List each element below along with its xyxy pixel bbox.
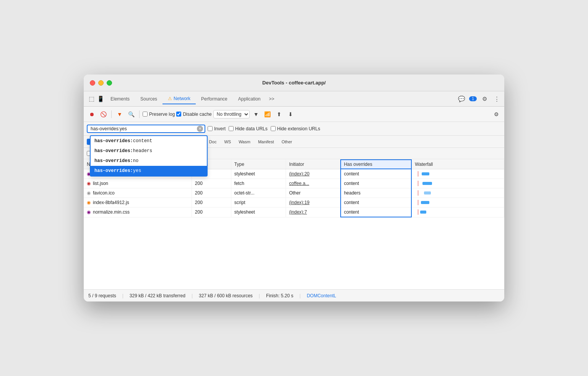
invert-checkbox[interactable] [208, 126, 213, 131]
clear-button[interactable]: 🚫 [98, 109, 108, 119]
waterfall-bar [413, 200, 452, 205]
table-row[interactable]: ◉list.json200fetchcoffee.a...content [84, 179, 504, 188]
waterfall-cell [411, 198, 504, 207]
search-input[interactable] [87, 125, 205, 133]
autocomplete-kw4: has-overrides: [94, 168, 133, 173]
tab-more-button[interactable]: >> [266, 94, 278, 104]
tab-bar: ⬚ 📱 Elements Sources ⚠Network Performanc… [84, 91, 504, 107]
record-button[interactable]: ⏺ [87, 109, 97, 119]
table-row[interactable]: ◉favicon.ico200octet-str...Otherheaders [84, 188, 504, 198]
col-type[interactable]: Type [231, 160, 286, 169]
preserve-log-checkbox[interactable] [143, 112, 148, 117]
maximize-button[interactable] [107, 80, 112, 86]
invert-toggle[interactable]: Invert [208, 126, 226, 131]
type-btn-other[interactable]: Other [278, 139, 295, 145]
type-btn-doc[interactable]: Doc [206, 139, 220, 145]
status-cell: 200 [192, 207, 231, 217]
filter-bar: ✕ has-overrides:content has-overrides:he… [84, 122, 504, 136]
hide-ext-toggle[interactable]: Hide extension URLs [271, 126, 320, 131]
autocomplete-item-yes[interactable]: has-overrides:yes [91, 166, 207, 176]
settings-icon[interactable]: ⚙ [480, 94, 489, 104]
throttle-down-icon[interactable]: ▼ [251, 109, 261, 119]
waterfall-bar [413, 209, 452, 215]
status-finish: Finish: 5.20 s [266, 293, 293, 298]
inspect-icon[interactable]: ⬚ [87, 94, 96, 104]
hide-data-toggle[interactable]: Hide data URLs [229, 126, 268, 131]
more-icon[interactable]: ⋮ [492, 94, 501, 104]
hide-data-checkbox[interactable] [229, 126, 234, 131]
status-transferred: 329 kB / 422 kB transferred [130, 293, 185, 298]
type-cell: stylesheet [231, 169, 286, 179]
toolbar: ⏺ 🚫 ▼ 🔍 Preserve log Disable cache No th… [84, 107, 504, 122]
invert-label: Invert [214, 126, 226, 131]
col-waterfall[interactable]: Waterfall [411, 160, 504, 169]
settings2-icon[interactable]: ⚙ [491, 109, 501, 119]
col-overrides[interactable]: Has overrides [341, 160, 412, 169]
col-initiator[interactable]: Initiator [286, 160, 341, 169]
waterfall-bar-fill [421, 201, 429, 204]
type-btn-wasm[interactable]: Wasm [236, 139, 253, 145]
title-bar: DevTools - coffee-cart.app/ [84, 75, 504, 91]
preserve-log-toggle[interactable]: Preserve log [143, 112, 175, 117]
type-btn-ws[interactable]: WS [221, 139, 234, 145]
disable-cache-checkbox[interactable] [176, 112, 181, 117]
type-cell: fetch [231, 179, 286, 188]
wifi-icon[interactable]: 📶 [263, 109, 273, 119]
type-cell: stylesheet [231, 207, 286, 217]
search-clear-button[interactable]: ✕ [197, 126, 203, 132]
warn-icon: ⚠ [168, 96, 172, 101]
disable-cache-toggle[interactable]: Disable cache [176, 112, 211, 117]
file-icon: ◉ [87, 209, 91, 215]
throttle-select[interactable]: No throttling [213, 110, 250, 118]
minimize-button[interactable] [98, 80, 104, 86]
autocomplete-dropdown: has-overrides:content has-overrides:head… [90, 135, 208, 177]
autocomplete-item-headers[interactable]: has-overrides:headers [91, 146, 207, 156]
badge-count: 1 [469, 96, 477, 101]
search-icon[interactable]: 🔍 [126, 109, 136, 119]
waterfall-cell [411, 169, 504, 179]
autocomplete-item-no[interactable]: has-overrides:no [91, 156, 207, 166]
overrides-cell: content [341, 207, 412, 217]
autocomplete-kw: has-overrides: [94, 138, 133, 144]
initiator-cell[interactable]: (index):20 [289, 171, 309, 177]
type-cell: script [231, 198, 286, 207]
overrides-cell: content [341, 169, 412, 179]
type-btn-manifest[interactable]: Manifest [255, 139, 277, 145]
overrides-cell: content [341, 179, 412, 188]
tab-network[interactable]: ⚠Network [162, 94, 196, 104]
tab-elements[interactable]: Elements [105, 94, 135, 104]
waterfall-red-line [418, 171, 418, 177]
table-row[interactable]: ◉index-8bfa4912.js200script(index):19con… [84, 198, 504, 207]
file-name: normalize.min.css [93, 209, 130, 215]
file-icon: ◉ [87, 181, 91, 186]
tab-sources[interactable]: Sources [135, 94, 162, 104]
initiator-cell[interactable]: coffee.a... [289, 181, 309, 186]
table-row[interactable]: ◉normalize.min.css200stylesheet(index):7… [84, 207, 504, 217]
tab-performance[interactable]: Performance [196, 94, 233, 104]
waterfall-bar-fill [422, 172, 429, 175]
chat-icon[interactable]: 💬 [457, 94, 466, 104]
initiator-cell[interactable]: (index):19 [289, 200, 309, 205]
autocomplete-item-content[interactable]: has-overrides:content [91, 136, 207, 146]
status-cell: 200 [192, 198, 231, 207]
close-button[interactable] [90, 80, 95, 86]
devtools-window: DevTools - coffee-cart.app/ ⬚ 📱 Elements… [84, 75, 504, 301]
file-name: index-8bfa4912.js [93, 200, 129, 205]
waterfall-bar [413, 181, 452, 186]
upload-icon[interactable]: ⬆ [274, 109, 284, 119]
device-icon[interactable]: 📱 [96, 94, 105, 104]
hide-ext-label: Hide extension URLs [277, 126, 320, 131]
file-name: favicon.ico [93, 190, 115, 196]
waterfall-cell [411, 207, 504, 217]
search-wrapper: ✕ has-overrides:content has-overrides:he… [87, 125, 205, 133]
initiator-cell[interactable]: (index):7 [289, 209, 307, 215]
filter-icon[interactable]: ▼ [115, 109, 125, 119]
tab-application[interactable]: Application [233, 94, 266, 104]
initiator-cell: Other [286, 188, 341, 198]
hide-ext-checkbox[interactable] [271, 126, 276, 131]
download-icon[interactable]: ⬇ [286, 109, 296, 119]
preserve-log-label: Preserve log [149, 112, 175, 117]
status-domcontent[interactable]: DOMContentL [307, 293, 336, 298]
waterfall-bar-fill [420, 211, 426, 214]
status-cell: 200 [192, 188, 231, 198]
